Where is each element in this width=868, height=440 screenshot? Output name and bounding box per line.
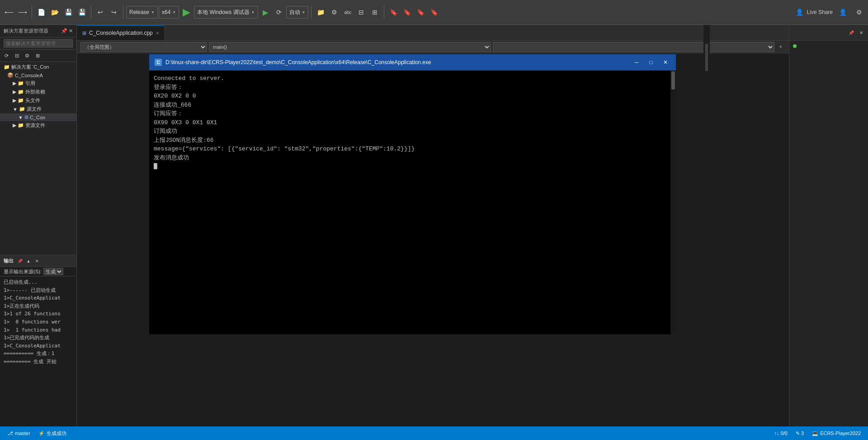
output-line: ========= 生成 开始 — [4, 358, 73, 366]
output-close-btn[interactable]: ✕ — [33, 257, 41, 265]
undo-btn[interactable]: ↩ — [94, 6, 107, 19]
save-all-btn[interactable]: 💾 — [75, 6, 88, 19]
resource-item[interactable]: ▶ 📁 资源文件 — [0, 121, 76, 130]
open-file-btn[interactable]: 📂 — [48, 6, 61, 19]
status-line-col[interactable]: ↑↓ 0/0 — [772, 426, 790, 440]
ref-item[interactable]: ▶ 📁 引用 — [0, 79, 76, 88]
run2-btn[interactable]: ▶ — [259, 6, 272, 19]
editor-area: ⊞ C_ConsoleApplication.cpp ✕ （全局范围） main… — [77, 25, 789, 426]
filter-btn[interactable]: ⊞ — [33, 51, 42, 60]
sidebar-search-input[interactable] — [4, 39, 73, 47]
bookmark-btn[interactable]: 🔖 — [387, 6, 400, 19]
console-line: 上报JSON消息长度:66 — [154, 136, 671, 145]
console-line: 发布消息成功 — [154, 154, 671, 163]
indent-btn[interactable]: ⊞ — [368, 6, 381, 19]
status-errors[interactable]: ✎ 3 — [793, 426, 807, 440]
run-button[interactable]: ▶ — [180, 6, 193, 18]
console-line: 订阅成功 — [154, 127, 671, 136]
right-panel-status — [789, 41, 868, 51]
abc-btn[interactable]: abc — [341, 6, 354, 19]
tab-cpp-icon: ⊞ — [82, 30, 86, 36]
ref-icon: ▶ — [13, 80, 16, 86]
bookmark2-btn[interactable]: 🔖 — [401, 6, 413, 19]
editor-nav: （全局范围） main() + — [77, 41, 789, 53]
console-close-btn[interactable]: ✕ — [660, 57, 670, 67]
output-line: 1>1 of 26 functions — [4, 310, 73, 318]
release-arrow-icon: ▼ — [151, 10, 155, 14]
output-line: 1> 1 functions had — [4, 326, 73, 334]
console-title-text: D:\linux-share-dir\ECRS-Player2022\test_… — [165, 59, 627, 66]
console-cursor-line: █ — [154, 162, 671, 171]
settings-btn[interactable]: ⚙ — [328, 6, 340, 19]
console-restore-btn[interactable]: □ — [646, 57, 656, 67]
bookmark4-btn[interactable]: 🔖 — [428, 6, 440, 19]
main-tab[interactable]: ⊞ C_ConsoleApplication.cpp ✕ — [77, 25, 165, 40]
auto-dropdown[interactable]: 自动 ▼ — [286, 6, 309, 19]
rp-close-btn[interactable]: ✕ — [857, 28, 865, 37]
close-sidebar-icon[interactable]: ✕ — [69, 28, 73, 34]
build-icon: ⚡ — [38, 431, 45, 436]
status-branch[interactable]: ⎇ master — [5, 426, 33, 440]
resource-icon: ▶ — [13, 122, 16, 128]
tab-close-btn[interactable]: ✕ — [156, 31, 159, 36]
output-line: 1>正在生成代码 — [4, 302, 73, 310]
debug-label: 本地 Windows 调试器 — [197, 9, 249, 16]
function-dropdown[interactable]: main() — [209, 42, 491, 52]
pin-icon[interactable]: 📌 — [61, 28, 67, 34]
props-btn[interactable]: ⚙ — [23, 51, 32, 60]
console-minimize-btn[interactable]: ─ — [632, 57, 642, 67]
output-expand-btn[interactable]: ▲ — [25, 257, 32, 265]
console-scrollbar[interactable] — [670, 70, 676, 334]
sync-btn[interactable]: ⟳ — [2, 51, 11, 60]
output-source-select[interactable]: 生成 — [43, 268, 63, 275]
output-panel: 输出 📌 ▲ ✕ 显示输出来源(S): 生成 已启动生成...1>------ … — [0, 255, 77, 426]
header-arrow-icon: ▶ — [13, 98, 16, 103]
editor-scrollbar[interactable] — [703, 25, 710, 426]
add-tab-btn[interactable]: + — [776, 42, 785, 51]
console-line: 连接成功_666 — [154, 101, 671, 110]
repo-label: ECRS-Player2022 — [820, 431, 861, 436]
debug-dropdown[interactable]: 本地 Windows 调试器 ▼ — [194, 6, 258, 19]
scope-dropdown[interactable]: （全局范围） — [80, 42, 207, 52]
cpp-file-item[interactable]: ▼ ⊞ C_Con — [0, 113, 76, 121]
rp-pin-btn[interactable]: 📌 — [847, 28, 855, 37]
method-dropdown[interactable] — [493, 42, 775, 52]
new-file-btn[interactable]: 📄 — [35, 6, 47, 19]
settings2-btn[interactable]: ⚙ — [853, 6, 865, 19]
redo-btn[interactable]: ↪ — [108, 6, 120, 19]
source-label: 源文件 — [27, 106, 42, 112]
header-item[interactable]: ▶ 📁 头文件 — [0, 96, 76, 105]
bookmark3-btn[interactable]: 🔖 — [414, 6, 427, 19]
right-panel: 📌 ✕ — [789, 25, 868, 426]
console-line: 0X20 0X2 0 0 — [154, 92, 671, 101]
output-pin-btn[interactable]: 📌 — [16, 257, 24, 265]
project-item[interactable]: 📦 C_ConsoleA — [0, 71, 76, 79]
back-btn[interactable]: ⟵ — [3, 6, 15, 19]
status-repo[interactable]: 💻 ECRS-Player2022 — [809, 426, 863, 440]
project-label: C_ConsoleA — [15, 73, 43, 78]
resource-folder-icon: 📁 — [18, 122, 24, 128]
build-success-status[interactable]: ⚡ 生成成功 — [36, 426, 69, 440]
branch-icon: ⎇ — [7, 431, 13, 436]
output-header-controls: 📌 ▲ ✕ — [16, 257, 41, 265]
ext-icon: ▶ — [13, 89, 16, 95]
refresh-btn[interactable]: ⟳ — [273, 6, 285, 19]
save-btn[interactable]: 💾 — [62, 6, 75, 19]
output-body: 已启动生成...1>------ 已启动生成1>C_ConsoleApplica… — [0, 276, 76, 426]
source-item[interactable]: ▼ 📁 源文件 — [0, 105, 76, 113]
ext-dep-item[interactable]: ▶ 📁 外部依赖 — [0, 88, 76, 96]
auto-arrow-icon: ▼ — [302, 10, 306, 14]
x64-dropdown[interactable]: x64 ▼ — [159, 6, 179, 19]
profile-btn[interactable]: 👤 — [836, 6, 849, 19]
release-dropdown[interactable]: Release ▼ — [126, 6, 158, 19]
x64-label: x64 — [162, 9, 170, 15]
live-share-label[interactable]: Live Share — [807, 9, 833, 15]
sep5 — [384, 6, 384, 19]
header-folder-icon: 📁 — [18, 98, 24, 103]
solution-item[interactable]: 📁 解决方案 'C_Con — [0, 63, 76, 71]
format-btn[interactable]: ⊟ — [355, 6, 368, 19]
folder-btn[interactable]: 📁 — [314, 6, 327, 19]
collapse-btn[interactable]: ⊟ — [12, 51, 21, 60]
forward-btn[interactable]: ⟶ — [16, 6, 29, 19]
output-line: 1>------ 已启动生成 — [4, 286, 73, 295]
